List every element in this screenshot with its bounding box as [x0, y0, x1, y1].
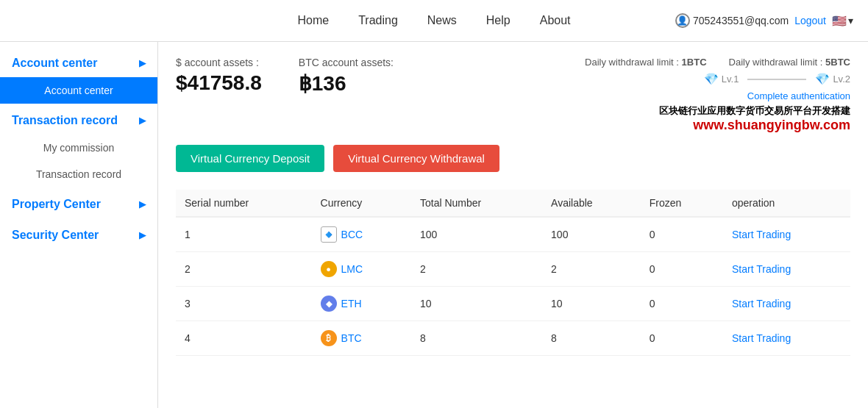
currency-name-link[interactable]: LMC: [341, 263, 363, 275]
cell-currency: 🔷 BCC: [312, 217, 411, 252]
col-currency: Currency: [312, 190, 411, 217]
daily-limit-2-value: 5BTC: [825, 57, 850, 68]
cell-serial: 2: [176, 252, 312, 287]
diamond-icon-1: 💎: [704, 72, 719, 86]
cell-serial: 3: [176, 287, 312, 321]
cell-operation: Start Trading: [723, 321, 850, 356]
sidebar-section-property: Property Center ▶: [0, 190, 157, 218]
cell-operation: Start Trading: [723, 252, 850, 287]
nav-help[interactable]: Help: [486, 14, 511, 27]
level-2: 💎 Lv.2: [815, 72, 850, 86]
complete-authentication-link[interactable]: Complete authentication: [747, 90, 850, 101]
start-trading-link[interactable]: Start Trading: [732, 332, 791, 344]
arrow-icon: ▶: [139, 58, 146, 68]
level-2-label: Lv.2: [833, 74, 850, 85]
cell-total: 8: [411, 321, 542, 356]
chevron-down-icon: ▾: [848, 15, 853, 26]
table-row: 1 🔷 BCC 100 100 0 Start Trading: [176, 217, 850, 252]
btc-asset-value: ฿136: [299, 71, 394, 96]
nav-news[interactable]: News: [427, 14, 457, 27]
btc-asset-label: BTC account assets:: [299, 57, 394, 68]
nav-right: 👤 705243551@qq.com Logout 🇺🇸 ▾: [675, 13, 853, 28]
bcc-icon: 🔷: [321, 226, 337, 243]
sidebar-security-center-label: Security Center: [12, 229, 99, 242]
level-1: 💎 Lv.1: [704, 72, 739, 86]
user-email: 705243551@qq.com: [693, 15, 789, 26]
watermark-cn: 区块链行业应用数字货币交易所平台开发搭建: [659, 104, 850, 118]
lmc-icon: ●: [321, 261, 337, 277]
sidebar-header-security-center[interactable]: Security Center ▶: [0, 221, 157, 249]
flag-icon: 🇺🇸: [832, 14, 847, 28]
sidebar-header-account-center[interactable]: Account center ▶: [0, 49, 157, 77]
sidebar-item-transaction-record[interactable]: Transaction record: [0, 161, 157, 187]
cell-currency: ◆ ETH: [312, 287, 411, 321]
cell-serial: 4: [176, 321, 312, 356]
language-selector[interactable]: 🇺🇸 ▾: [832, 14, 853, 28]
cell-total: 2: [411, 252, 542, 287]
cell-total: 10: [411, 287, 542, 321]
table-header-row: Serial number Currency Total Number Avai…: [176, 190, 850, 217]
cell-currency: ₿ BTC: [312, 321, 411, 356]
logout-button[interactable]: Logout: [794, 15, 826, 26]
usd-asset-block: $ account assets : $41758.8: [176, 57, 262, 95]
sidebar: Account center ▶ Account center Transact…: [0, 42, 158, 408]
cell-frozen: 0: [641, 217, 723, 252]
col-frozen: Frozen: [641, 190, 723, 217]
sidebar-item-my-commission[interactable]: My commission: [0, 135, 157, 161]
currency-name-link[interactable]: BCC: [341, 229, 363, 240]
cell-available: 10: [542, 287, 641, 321]
main-content: $ account assets : $41758.8 BTC account …: [158, 42, 868, 408]
cell-frozen: 0: [641, 321, 723, 356]
col-available: Available: [542, 190, 641, 217]
cell-total: 100: [411, 217, 542, 252]
start-trading-link[interactable]: Start Trading: [732, 263, 791, 275]
sidebar-header-property-center[interactable]: Property Center ▶: [0, 190, 157, 218]
currency-name-link[interactable]: BTC: [341, 332, 362, 344]
withdrawal-button[interactable]: Virtual Currency Withdrawal: [333, 145, 499, 172]
usd-asset-label: $ account assets :: [176, 57, 262, 68]
nav-links: Home Trading News Help About: [297, 14, 570, 27]
cell-available: 2: [542, 252, 641, 287]
cell-currency: ● LMC: [312, 252, 411, 287]
sidebar-header-transaction-record[interactable]: Transaction record ▶: [0, 107, 157, 135]
daily-limit-1-value: 1BTC: [682, 57, 707, 68]
nav-home[interactable]: Home: [297, 14, 329, 27]
daily-limit-2: Daily withdrawal limit : 5BTC: [729, 57, 850, 68]
currency-name-link[interactable]: ETH: [341, 298, 362, 309]
assets-table: Serial number Currency Total Number Avai…: [176, 190, 850, 356]
top-nav: Home Trading News Help About 👤 705243551…: [0, 0, 868, 42]
arrow-icon: ▶: [139, 199, 146, 210]
sidebar-section-account: Account center ▶ Account center: [0, 49, 157, 104]
watermark-url: www.shuangyingbw.com: [693, 118, 850, 133]
btc-icon: ₿: [321, 330, 337, 346]
cell-serial: 1: [176, 217, 312, 252]
daily-limit-1-label: Daily withdrawal limit :: [585, 57, 679, 68]
sidebar-item-account-center[interactable]: Account center: [0, 77, 157, 104]
sidebar-property-center-label: Property Center: [12, 198, 101, 211]
user-avatar-icon: 👤: [675, 13, 690, 28]
sidebar-account-center-label: Account center: [12, 57, 97, 70]
nav-trading[interactable]: Trading: [358, 14, 398, 27]
table-row: 3 ◆ ETH 10 10 0 Start Trading: [176, 287, 850, 321]
usd-asset-value: $41758.8: [176, 71, 262, 95]
level-line: [747, 79, 806, 80]
main-layout: Account center ▶ Account center Transact…: [0, 42, 868, 408]
cell-operation: Start Trading: [723, 287, 850, 321]
arrow-icon: ▶: [139, 115, 146, 126]
table-row: 2 ● LMC 2 2 0 Start Trading: [176, 252, 850, 287]
col-operation: operation: [723, 190, 850, 217]
daily-limit-1: Daily withdrawal limit : 1BTC: [585, 57, 706, 68]
sidebar-section-transaction: Transaction record ▶ My commission Trans…: [0, 107, 157, 187]
cell-operation: Start Trading: [723, 217, 850, 252]
start-trading-link[interactable]: Start Trading: [732, 298, 791, 309]
nav-about[interactable]: About: [540, 14, 571, 27]
deposit-button[interactable]: Virtual Currency Deposit: [176, 145, 324, 172]
level-1-label: Lv.1: [722, 74, 739, 85]
action-buttons: Virtual Currency Deposit Virtual Currenc…: [176, 145, 850, 172]
cell-available: 8: [542, 321, 641, 356]
eth-icon: ◆: [321, 296, 337, 312]
col-serial: Serial number: [176, 190, 312, 217]
start-trading-link[interactable]: Start Trading: [732, 229, 791, 240]
sidebar-section-security: Security Center ▶: [0, 221, 157, 249]
diamond-icon-2: 💎: [815, 72, 830, 86]
